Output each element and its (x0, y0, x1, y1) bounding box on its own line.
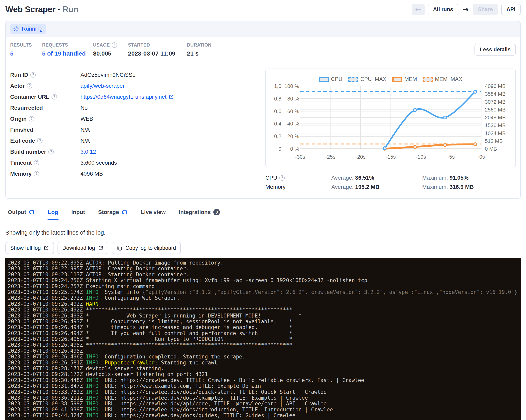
log-actions: Show full logDownload logCopy log to cli… (5, 242, 521, 254)
detail-label: Origin? (10, 116, 81, 122)
help-icon[interactable]: ? (51, 94, 57, 100)
log-timestamp: 2023-03-07T10:09:26.581Z (8, 360, 86, 366)
log-warn-segment: WARN (86, 301, 99, 307)
help-icon[interactable]: ? (37, 138, 42, 143)
log-text (99, 360, 105, 366)
help-icon[interactable]: ? (34, 160, 39, 165)
help-icon[interactable]: ? (279, 175, 285, 181)
log-dim-segment: {"apifyVersion":"3.1.2","apifyClientVers… (142, 289, 517, 295)
usage-average: Average:195.2 MB (331, 184, 422, 190)
log-line: 2023-03-07T10:09:26.494Z * timeouts are … (8, 325, 521, 330)
tab-output[interactable]: Output (7, 208, 35, 220)
log-text: Configuration completed. Starting the sc… (99, 354, 245, 360)
help-icon[interactable]: ? (29, 116, 34, 122)
tab-storage[interactable]: Storage (98, 208, 128, 220)
tab-live-view[interactable]: Live view (140, 208, 166, 220)
log-timestamp: 2023-03-07T10:09:22.995Z (8, 266, 86, 272)
svg-text:40 %: 40 % (287, 121, 299, 127)
log-timestamp: 2023-03-07T10:09:26.492Z (8, 301, 86, 307)
detail-row-exit-code: Exit code? N/A (10, 135, 257, 146)
log-line: 2023-03-07T10:09:30.448Z INFO URL: https… (8, 378, 521, 383)
detail-value: WEB (81, 116, 93, 122)
svg-text:-25s: -25s (325, 154, 335, 160)
download-log-button[interactable]: Download log (58, 242, 108, 254)
loading-arc-icon (121, 209, 128, 215)
log-text: Configuring Web Scraper. (99, 295, 180, 301)
svg-text:-20s: -20s (355, 154, 366, 160)
log-timestamp: 2023-03-07T10:09:24.256Z (8, 277, 86, 283)
svg-text:2560 MB: 2560 MB (485, 107, 506, 113)
log-line: 2023-03-07T10:09:25.174Z INFO System inf… (8, 289, 521, 295)
log-timestamp: 2023-03-07T10:09:24.257Z (8, 283, 86, 289)
log-line: 2023-03-07T10:09:31.847Z INFO URL: http:… (8, 383, 521, 389)
log-timestamp: 2023-03-07T10:09:38.599Z (8, 401, 86, 407)
tab-integrations[interactable]: Integrations0 (178, 208, 220, 220)
svg-text:80 %: 80 % (287, 96, 299, 102)
help-icon[interactable]: ? (48, 149, 54, 154)
detail-link[interactable]: 3.0.12 (81, 149, 96, 155)
log-lines: 2023-03-07T10:09:22.895Z ACTOR: Pulling … (5, 258, 521, 419)
log-text: URL: https://crawlee.dev/docs/examples, … (99, 395, 308, 401)
log-text: ****************************************… (86, 342, 292, 348)
previous-run-button[interactable]: ← (412, 4, 425, 15)
log-timestamp: 2023-03-07T10:09:26.495Z (8, 348, 86, 354)
all-runs-button[interactable]: All runs (428, 4, 458, 15)
help-icon[interactable]: ? (27, 83, 32, 89)
status-badge: Running (10, 24, 46, 34)
run-label: Run (62, 5, 79, 14)
log-line: 2023-03-07T10:09:26.496Z INFO Configurat… (8, 354, 521, 360)
log-terminal[interactable]: 2023-03-07T10:09:22.895Z ACTOR: Pulling … (5, 258, 521, 420)
log-text: URL: https://crawlee.dev/docs/quick-star… (99, 389, 327, 395)
log-timestamp: 2023-03-07T10:09:26.494Z (8, 330, 86, 336)
detail-label: Actor? (10, 83, 81, 89)
next-run-button[interactable]: → (462, 5, 469, 14)
copy-log-to-clipboard-button[interactable]: Copy log to clipboard (112, 242, 181, 254)
log-line: 2023-03-07T10:09:25.272Z INFO Configurin… (8, 295, 521, 301)
stat-label: USAGE? (93, 42, 128, 48)
svg-text:1024 MB: 1024 MB (485, 130, 506, 136)
stat-value[interactable]: 5 of 19 handled (42, 50, 93, 57)
log-text: Starting X virtual framebuffer using: Xv… (86, 277, 367, 283)
less-details-button[interactable]: Less details (475, 44, 516, 56)
log-text: ACTOR: Pulling Docker image from reposit… (86, 260, 223, 266)
stat-usage: USAGE? $0.005 (93, 42, 128, 57)
stat-results: RESULTS 5 (10, 42, 42, 57)
help-icon[interactable]: ? (30, 72, 36, 78)
detail-label: Build number? (10, 149, 81, 155)
svg-text:1,0: 1,0 (274, 83, 281, 89)
usage-average: Average:36.51% (331, 175, 422, 181)
stat-started: STARTED 2023-03-07 11:09 (128, 42, 187, 57)
usage-metric-label: CPU? (265, 175, 331, 181)
usage-row-memory: Memory Average:195.2 MB Maximum:316.9 MB (265, 183, 516, 192)
log-info-segment: INFO (86, 401, 99, 407)
log-info-segment: INFO (86, 295, 99, 301)
log-timestamp: 2023-03-07T10:09:31.847Z (8, 383, 86, 389)
log-line: 2023-03-07T10:09:26.495Z * Run type to P… (8, 336, 521, 342)
arrow-right-icon: → (462, 5, 469, 14)
detail-link[interactable]: apify/web-scraper (81, 83, 125, 89)
help-icon[interactable]: ? (34, 171, 39, 176)
log-timestamp: 2023-03-07T10:09:26.494Z (8, 324, 86, 330)
svg-text:512 MB: 512 MB (485, 138, 503, 144)
log-info-segment: INFO (86, 360, 99, 366)
stat-value[interactable]: 5 (10, 50, 42, 57)
stat-value: 21 s (187, 50, 475, 57)
detail-row-actor: Actor? apify/web-scraper (10, 80, 257, 91)
log-timestamp: 2023-03-07T10:09:28.171Z (8, 365, 86, 371)
help-icon[interactable]: ? (112, 42, 117, 48)
tab-input[interactable]: Input (71, 208, 85, 220)
run-details-table: Run ID? AdOz5evimh9NCiSSoActor? apify/we… (10, 69, 257, 192)
svg-text:-10s: -10s (416, 154, 426, 160)
detail-link[interactable]: https://0q64wnacgyft.runs.apify.net (81, 94, 167, 100)
tab-log[interactable]: Log (48, 208, 59, 220)
svg-text:-0s: -0s (478, 154, 485, 160)
stat-duration: DURATION 21 s (187, 42, 475, 57)
show-full-log-button[interactable]: Show full log (5, 242, 54, 254)
log-timestamp: 2023-03-07T10:09:36.211Z (8, 395, 86, 401)
share-button[interactable]: Share (473, 4, 498, 15)
log-timestamp: 2023-03-07T10:09:44.324Z (8, 412, 86, 418)
log-text: URL: https://crawlee.dev/docs/guides, TI… (99, 412, 295, 418)
detail-label: Container URL? (10, 94, 81, 100)
api-button[interactable]: API (501, 4, 521, 15)
detail-value: No (81, 105, 88, 111)
